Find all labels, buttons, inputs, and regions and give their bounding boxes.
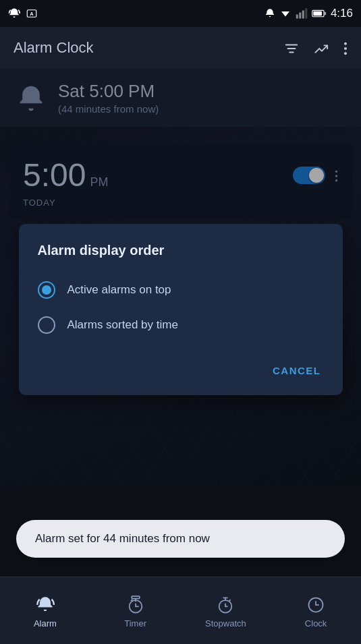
sort-icon[interactable] <box>284 40 299 56</box>
toast-text: Alarm set for 44 minutes from now <box>35 532 210 545</box>
svg-rect-6 <box>305 9 307 19</box>
svg-text:A: A <box>30 11 34 17</box>
svg-point-12 <box>344 52 347 55</box>
status-left-icons: A <box>8 7 38 20</box>
status-time: 4:16 <box>331 7 353 20</box>
signal-icon <box>296 7 308 20</box>
trending-icon[interactable] <box>314 40 329 56</box>
svg-rect-9 <box>325 12 326 16</box>
nav-item-alarm[interactable]: Alarm <box>0 593 90 628</box>
wifi-icon <box>279 7 291 20</box>
radio-inner-selected <box>42 285 51 295</box>
keyboard-status-icon: A <box>26 7 38 20</box>
header-icons <box>284 40 348 56</box>
app-title: Alarm Clock <box>13 39 94 57</box>
nav-item-timer[interactable]: Timer <box>90 593 181 628</box>
option-sorted-by-time[interactable]: Alarms sorted by time <box>38 310 324 341</box>
nav-label-alarm: Alarm <box>34 618 57 628</box>
dialog-overlay: Alarm display order Active alarms on top… <box>0 69 361 487</box>
svg-point-11 <box>344 47 347 50</box>
alarm-nav-icon <box>36 593 55 614</box>
nav-label-timer: Timer <box>124 618 146 628</box>
option-label-active-alarms: Active alarms on top <box>67 283 171 297</box>
svg-rect-3 <box>296 15 298 19</box>
status-bar: A 4:16 <box>0 0 361 27</box>
option-label-sorted-by-time: Alarms sorted by time <box>67 318 178 332</box>
svg-rect-4 <box>299 13 301 19</box>
bottom-nav: Alarm Timer Stopwatch <box>0 577 361 644</box>
option-active-alarms[interactable]: Active alarms on top <box>38 274 324 305</box>
background-area: Sat 5:00 PM (44 minutes from now) 5:00 P… <box>0 69 361 487</box>
radio-active-alarms[interactable] <box>38 281 55 299</box>
svg-rect-16 <box>132 596 140 599</box>
more-icon[interactable] <box>343 40 348 56</box>
stopwatch-nav-icon <box>216 593 235 614</box>
svg-rect-5 <box>302 11 304 19</box>
radio-sorted-by-time[interactable] <box>38 316 55 334</box>
nav-label-clock: Clock <box>305 618 327 628</box>
alarm-status-icon <box>8 7 20 20</box>
svg-point-10 <box>344 42 347 45</box>
nav-item-clock[interactable]: Clock <box>271 593 361 628</box>
alarm-right-icon <box>265 8 275 19</box>
clock-nav-icon <box>306 593 325 614</box>
status-right-icons: 4:16 <box>265 7 353 20</box>
dialog-title: Alarm display order <box>38 243 324 258</box>
svg-marker-2 <box>281 11 289 17</box>
timer-nav-icon <box>126 593 145 614</box>
toast-notification: Alarm set for 44 minutes from now <box>16 520 345 558</box>
alarm-dialog: Alarm display order Active alarms on top… <box>19 224 343 395</box>
app-header: Alarm Clock <box>0 27 361 69</box>
cancel-button[interactable]: CANCEL <box>270 359 324 382</box>
nav-item-stopwatch[interactable]: Stopwatch <box>181 593 271 628</box>
nav-label-stopwatch: Stopwatch <box>205 618 246 628</box>
svg-rect-8 <box>313 11 322 16</box>
battery-icon <box>312 9 327 18</box>
dialog-actions: CANCEL <box>38 354 324 382</box>
